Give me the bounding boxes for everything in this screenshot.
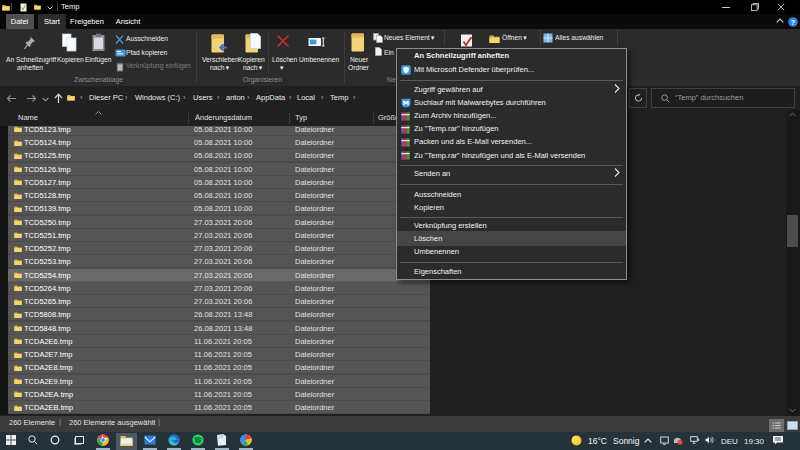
svg-text:?: ? — [791, 18, 795, 25]
